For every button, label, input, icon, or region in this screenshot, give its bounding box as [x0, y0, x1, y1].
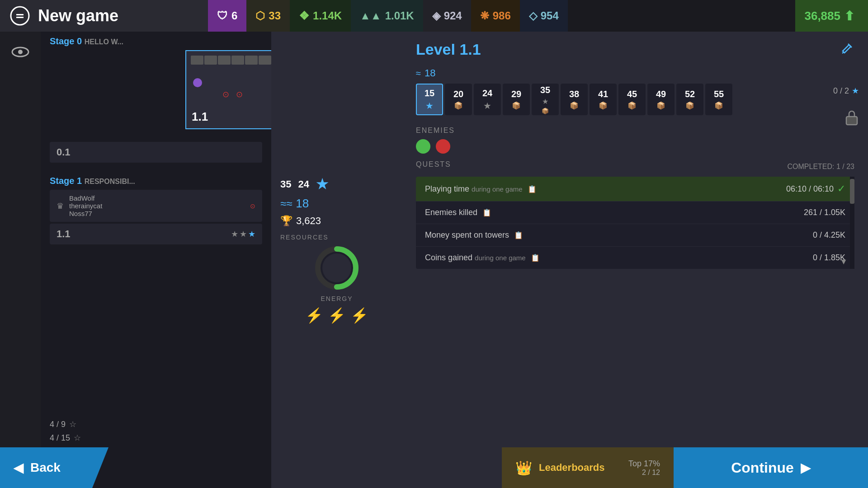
- lightning-3: ⚡: [350, 307, 368, 324]
- green-icon: ❖: [299, 9, 309, 23]
- trophy-value: 3,623: [296, 215, 321, 227]
- level-title: Level 1.1: [416, 41, 481, 58]
- enemy-dots: [416, 139, 854, 154]
- top-bar: New game 🛡 6 ⬡ 33 ❖ 1.14K ▲▲ 1.01K ◈ 924…: [0, 0, 868, 32]
- stage-1-label: Stage 1 RESPONSIBI...: [50, 176, 262, 186]
- green-value: 1.14K: [313, 9, 342, 22]
- quest-3-icon: 📋: [514, 231, 523, 239]
- wave-tab-45[interactable]: 45 📦: [618, 84, 646, 115]
- wave-tab-41[interactable]: 41 📦: [590, 84, 617, 115]
- enemies-section: ENEMIES: [402, 120, 868, 158]
- scroll-down-icon[interactable]: ▼: [840, 257, 848, 267]
- quests-label: QUESTS: [416, 160, 451, 169]
- quest-list: Playing time during one game 📋 06:10 / 0…: [416, 177, 854, 269]
- wave-tab-29[interactable]: 29 📦: [503, 84, 530, 115]
- level-0-1-number: 0.1: [57, 146, 71, 158]
- quest-scrollbar: [850, 177, 854, 269]
- edit-icon[interactable]: [841, 41, 854, 58]
- wave-tab-35[interactable]: 35 ★ 📦: [532, 84, 559, 115]
- wave-tab-55[interactable]: 55 📦: [705, 84, 732, 115]
- wave-tab-38[interactable]: 38 📦: [561, 84, 588, 115]
- quest-scrollbar-thumb[interactable]: [850, 179, 854, 204]
- wave-tab-52[interactable]: 52 📦: [676, 84, 703, 115]
- top-bar-left: New game: [0, 0, 208, 32]
- quest-1-name: Playing time during one game 📋: [425, 184, 773, 194]
- wave-tab-38-icon: 📦: [570, 101, 579, 110]
- trophy-icon: 🏆: [280, 215, 292, 227]
- sidebar-eye-icon[interactable]: [9, 41, 32, 63]
- energy-label: ENERGY: [280, 295, 393, 302]
- wave-tab-24-star-icon: ★: [483, 100, 491, 111]
- level-1-1-enemy: ⊙: [250, 202, 255, 210]
- game-icon: [9, 5, 31, 27]
- wave-tab-49-icon: 📦: [656, 101, 665, 110]
- stage-list: Stage 0 HELLO W...: [41, 32, 271, 488]
- wave-tab-24-num: 24: [482, 88, 492, 99]
- resource-money: 36,885 ⬆: [795, 0, 868, 32]
- enemy-dot-red: [436, 139, 450, 154]
- quest-row-3: Money spent on towers 📋 0 / 4.25K: [416, 224, 854, 247]
- wave-tab-29-num: 29: [511, 89, 521, 99]
- right-indicators: 0 / 2 ★: [833, 86, 859, 127]
- level-indicator-1: 4 / 9 ☆: [50, 419, 81, 429]
- svg-point-8: [322, 253, 351, 282]
- back-arrow-icon: ◀: [14, 460, 24, 475]
- level-1-1-row[interactable]: ♛ BadWolf therainycat Noss77 ⊙: [50, 190, 262, 222]
- stage-0-section: Stage 0 HELLO W...: [41, 32, 271, 167]
- leaderboard-rank: Top 17% 2 / 12: [612, 459, 660, 477]
- wave-tab-15-star-icon: ★: [425, 100, 434, 111]
- panel-header: Level 1.1: [402, 32, 868, 63]
- lightning-row: ⚡ ⚡ ⚡: [280, 307, 393, 324]
- money-icon: ⬆: [844, 9, 854, 23]
- money-value: 36,885: [804, 9, 840, 23]
- bottom-bar: 👑 Leaderboards Top 17% 2 / 12 Continue ▶: [502, 447, 868, 488]
- wave-tab-24[interactable]: 24 ★: [474, 84, 501, 115]
- svg-rect-9: [846, 117, 857, 125]
- quest-1-progress: 06:10 / 06:10 ✓: [773, 183, 845, 195]
- wave-tab-38-num: 38: [569, 89, 579, 99]
- level-thumbnail-container[interactable]: ⊙ ⊙ 3,623 ≈≈ 18 ★ ★ ★: [118, 50, 271, 138]
- leaderboard-label: Leaderboards: [539, 462, 605, 474]
- leaderboard-section[interactable]: 👑 Leaderboards Top 17% 2 / 12: [502, 447, 674, 488]
- enemy-dot-green: [416, 139, 430, 154]
- quest-1-check-icon: ✓: [837, 183, 845, 195]
- detail-panel: 35 24 ★ ≈≈ 18 🏆 3,623 RESOURCES: [271, 32, 868, 488]
- teal-value: 1.01K: [385, 9, 414, 22]
- shield-icon: 🛡: [217, 9, 228, 22]
- continue-button[interactable]: Continue ▶: [674, 447, 868, 488]
- quest-4-icon: 📋: [531, 254, 540, 262]
- continue-label: Continue: [731, 460, 794, 476]
- quest-3-name: Money spent on towers 📋: [425, 230, 773, 240]
- resource-striped: ◈ 924: [423, 0, 471, 32]
- quest-2-progress: 261 / 1.05K: [773, 208, 845, 217]
- wave-tabs: 15 ★ 20 📦 24 ★ 29: [416, 84, 854, 115]
- gem-value: 33: [269, 9, 281, 22]
- wave-tab-55-icon: 📦: [714, 101, 723, 110]
- orange-value: 986: [493, 9, 511, 22]
- wave-tab-15-num: 15: [425, 88, 434, 99]
- stat-nums-row: 35 24 ★: [280, 176, 393, 192]
- wave-tab-41-icon: 📦: [599, 101, 608, 110]
- wave-tab-49[interactable]: 49 📦: [647, 84, 675, 115]
- stats-panel: 35 24 ★ ≈≈ 18 🏆 3,623 RESOURCES: [271, 167, 402, 333]
- wave-tab-45-icon: 📦: [627, 101, 637, 110]
- wave-tab-15[interactable]: 15 ★: [416, 84, 443, 115]
- resource-teal: ▲▲ 1.01K: [351, 0, 423, 32]
- new-game-title: New game: [38, 6, 118, 25]
- svg-rect-2: [16, 17, 24, 18]
- back-button[interactable]: ◀ Back: [0, 447, 108, 488]
- wave-tab-20[interactable]: 20 📦: [445, 84, 472, 115]
- player-names: BadWolf therainycat Noss77: [69, 194, 245, 217]
- lightning-1: ⚡: [305, 307, 323, 324]
- wave-tab-49-num: 49: [656, 89, 666, 99]
- striped-icon: ◈: [432, 9, 440, 22]
- wave-tab-52-icon: 📦: [685, 101, 694, 110]
- level-thumb[interactable]: ⊙ ⊙ 3,623 ≈≈ 18 ★ ★ ★: [185, 50, 271, 129]
- level-0-1-row[interactable]: 0.1: [50, 142, 262, 163]
- orange-icon: ❋: [480, 9, 489, 22]
- thumb-level-num: 1.1: [192, 110, 208, 124]
- wave-tab-55-num: 55: [714, 89, 724, 99]
- level-1-1-stats-row[interactable]: 1.1 ★ ★ ★: [50, 224, 262, 244]
- quest-2-name: Enemies killed 📋: [425, 208, 773, 217]
- svg-point-0: [11, 7, 29, 25]
